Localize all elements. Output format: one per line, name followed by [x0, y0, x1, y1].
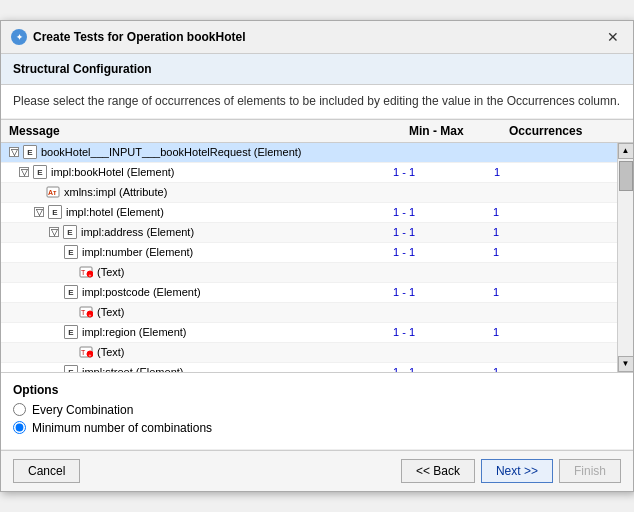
table-row[interactable]: T + (Text) — [1, 263, 617, 283]
expand-icon[interactable]: ▽ — [9, 147, 19, 157]
svg-text:T: T — [81, 269, 86, 276]
scroll-thumb[interactable] — [619, 161, 633, 191]
row-occ[interactable]: 1 — [493, 286, 593, 298]
table-row[interactable]: T + (Text) — [1, 303, 617, 323]
dialog-title: Create Tests for Operation bookHotel — [33, 30, 245, 44]
row-label: impl:region (Element) — [82, 326, 187, 338]
row-label: impl:postcode (Element) — [82, 286, 201, 298]
element-icon: E — [63, 225, 77, 239]
row-min-max: 1 - 1 — [393, 206, 493, 218]
dialog-icon: ✦ — [11, 29, 27, 45]
footer-left: Cancel — [13, 459, 80, 483]
row-label: xmlns:impl (Attribute) — [64, 186, 167, 198]
table-row[interactable]: E impl:region (Element) 1 - 1 1 — [1, 323, 617, 343]
svg-text:+: + — [89, 272, 92, 278]
row-occ[interactable]: 1 — [493, 326, 593, 338]
row-label: bookHotel___INPUT___bookHotelRequest (El… — [41, 146, 301, 158]
row-occ[interactable]: 1 — [493, 165, 593, 179]
attr-icon: Aт — [46, 185, 60, 199]
row-min-max: 1 - 1 — [393, 166, 493, 178]
row-label: impl:street (Element) — [82, 366, 183, 372]
section-header: Structural Configuration — [1, 54, 633, 85]
table-row[interactable]: E impl:postcode (Element) 1 - 1 1 — [1, 283, 617, 303]
row-label: (Text) — [97, 266, 125, 278]
table-row[interactable]: T + (Text) — [1, 343, 617, 363]
radio-minimum-combinations-input[interactable] — [13, 421, 26, 434]
text-icon: T + — [79, 345, 93, 359]
table-row[interactable]: Aт xmlns:impl (Attribute) — [1, 183, 617, 203]
expand-icon[interactable]: ▽ — [34, 207, 44, 217]
row-occ[interactable]: 1 — [493, 366, 593, 372]
expand-icon[interactable]: ▽ — [49, 227, 59, 237]
footer-right: << Back Next >> Finish — [401, 459, 621, 483]
finish-button[interactable]: Finish — [559, 459, 621, 483]
scrollbar[interactable]: ▲ ▼ — [617, 143, 633, 372]
back-button[interactable]: << Back — [401, 459, 475, 483]
row-min-max: 1 - 1 — [393, 246, 493, 258]
row-label: impl:hotel (Element) — [66, 206, 164, 218]
table-row[interactable]: ▽ E bookHotel___INPUT___bookHotelRequest… — [1, 143, 617, 163]
row-min-max: 1 - 1 — [393, 226, 493, 238]
row-label: (Text) — [97, 306, 125, 318]
element-icon: E — [64, 245, 78, 259]
tree-section: Message Min - Max Occurrences ▽ E bookHo… — [1, 119, 633, 373]
element-icon: E — [33, 165, 47, 179]
element-icon: E — [23, 145, 37, 159]
radio-every-combination-label: Every Combination — [32, 403, 133, 417]
scroll-up-button[interactable]: ▲ — [618, 143, 634, 159]
scrollbar-placeholder — [609, 124, 625, 138]
row-label: impl:bookHotel (Element) — [51, 166, 175, 178]
close-button[interactable]: ✕ — [603, 27, 623, 47]
table-row[interactable]: E impl:number (Element) 1 - 1 1 — [1, 243, 617, 263]
svg-text:✦: ✦ — [16, 33, 23, 42]
row-min-max: 1 - 1 — [393, 366, 493, 372]
options-section: Options Every Combination Minimum number… — [1, 373, 633, 450]
row-occ[interactable]: 1 — [493, 246, 593, 258]
options-title: Options — [13, 383, 621, 397]
svg-text:Aт: Aт — [48, 189, 57, 196]
radio-minimum-combinations[interactable]: Minimum number of combinations — [13, 421, 621, 435]
cancel-button[interactable]: Cancel — [13, 459, 80, 483]
col-message: Message — [9, 124, 409, 138]
element-icon: E — [48, 205, 62, 219]
svg-text:T: T — [81, 309, 86, 316]
row-min-max: 1 - 1 — [393, 326, 493, 338]
table-row[interactable]: ▽ E impl:bookHotel (Element) 1 - 1 1 — [1, 163, 617, 183]
row-occ[interactable]: 1 — [493, 226, 593, 238]
title-bar-left: ✦ Create Tests for Operation bookHotel — [11, 29, 245, 45]
radio-minimum-combinations-label: Minimum number of combinations — [32, 421, 212, 435]
svg-text:+: + — [89, 312, 92, 318]
create-tests-dialog: ✦ Create Tests for Operation bookHotel ✕… — [0, 20, 634, 492]
row-label: impl:address (Element) — [81, 226, 194, 238]
expand-icon[interactable]: ▽ — [19, 167, 29, 177]
svg-text:+: + — [89, 352, 92, 358]
row-label: (Text) — [97, 346, 125, 358]
tree-rows[interactable]: ▽ E bookHotel___INPUT___bookHotelRequest… — [1, 143, 617, 372]
col-min-max: Min - Max — [409, 124, 509, 138]
description: Please select the range of occurrences o… — [1, 85, 633, 119]
table-row[interactable]: ▽ E impl:address (Element) 1 - 1 1 — [1, 223, 617, 243]
element-icon: E — [64, 285, 78, 299]
text-icon: T + — [79, 265, 93, 279]
tree-with-scroll: ▽ E bookHotel___INPUT___bookHotelRequest… — [1, 143, 633, 373]
row-label: impl:number (Element) — [82, 246, 193, 258]
radio-every-combination[interactable]: Every Combination — [13, 403, 621, 417]
svg-text:T: T — [81, 349, 86, 356]
table-row[interactable]: ▽ E impl:hotel (Element) 1 - 1 1 — [1, 203, 617, 223]
radio-every-combination-input[interactable] — [13, 403, 26, 416]
table-row[interactable]: E impl:street (Element) 1 - 1 1 — [1, 363, 617, 372]
scroll-down-button[interactable]: ▼ — [618, 356, 634, 372]
text-icon: T + — [79, 305, 93, 319]
row-occ[interactable]: 1 — [493, 206, 593, 218]
element-icon: E — [64, 365, 78, 372]
footer: Cancel << Back Next >> Finish — [1, 450, 633, 491]
element-icon: E — [64, 325, 78, 339]
next-button[interactable]: Next >> — [481, 459, 553, 483]
tree-header: Message Min - Max Occurrences — [1, 119, 633, 143]
row-min-max: 1 - 1 — [393, 286, 493, 298]
title-bar: ✦ Create Tests for Operation bookHotel ✕ — [1, 21, 633, 54]
col-occurrences: Occurrences — [509, 124, 609, 138]
